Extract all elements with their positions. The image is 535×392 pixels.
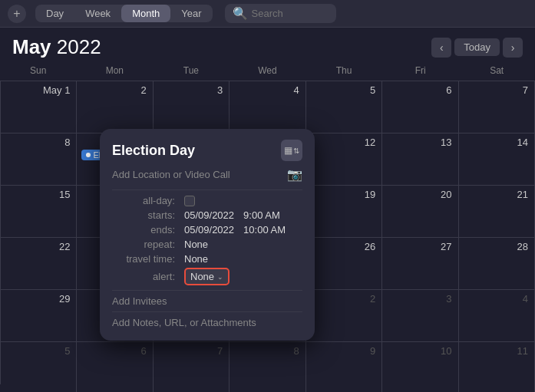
cell-may6[interactable]: 6 xyxy=(382,81,458,133)
cell-jun5[interactable]: 5 xyxy=(1,342,77,392)
popup-alert-row: alert: None ⌄ xyxy=(112,268,302,285)
cell-may19[interactable]: 19 xyxy=(306,186,382,238)
cell-may22[interactable]: 22 xyxy=(1,238,77,290)
travel-value[interactable]: None xyxy=(184,253,208,265)
cell-jun10[interactable]: 10 xyxy=(382,342,458,392)
popup-repeat-row: repeat: None xyxy=(112,239,302,250)
location-placeholder: Add Location or Video Call xyxy=(112,169,230,180)
popup-notes-row[interactable]: Add Notes, URL, or Attachments xyxy=(112,317,302,328)
popup-ends-row: ends: 05/09/2022 10:00 AM xyxy=(112,224,302,236)
cell-may20[interactable]: 20 xyxy=(382,186,458,238)
event-dot xyxy=(86,153,91,157)
chevron-down-icon: ⌄ xyxy=(217,273,223,281)
tab-month[interactable]: Month xyxy=(121,5,170,22)
search-icon: 🔍 xyxy=(233,6,248,21)
calendar-icon: ▦ xyxy=(284,145,292,156)
search-input[interactable] xyxy=(252,8,329,19)
next-button[interactable]: › xyxy=(503,38,523,58)
cell-may2[interactable]: 2 xyxy=(77,81,153,133)
day-header-sun: Sun xyxy=(0,64,77,77)
cell-jun8[interactable]: 8 xyxy=(230,342,305,392)
view-tabs: Day Week Month Year xyxy=(35,5,213,22)
allday-checkbox[interactable] xyxy=(184,196,195,206)
add-button[interactable]: + xyxy=(8,5,26,23)
cell-may13[interactable]: 13 xyxy=(382,133,458,186)
starts-label: starts: xyxy=(112,209,181,221)
cell-may26[interactable]: 26 xyxy=(306,238,382,290)
day-header-fri: Fri xyxy=(382,64,459,77)
allday-label: all-day: xyxy=(112,195,181,206)
cell-may8[interactable]: 8 xyxy=(1,133,77,186)
popup-invitees-row[interactable]: Add Invitees xyxy=(112,295,302,307)
cell-jun9[interactable]: 9 xyxy=(306,342,382,392)
repeat-label: repeat: xyxy=(112,239,181,250)
cell-jun7[interactable]: 7 xyxy=(154,342,230,392)
alert-label: alert: xyxy=(112,271,181,282)
cell-may1[interactable]: May 1 xyxy=(1,81,77,133)
calendar-header: May 2022 ‹ Today › xyxy=(0,28,535,64)
repeat-value[interactable]: None xyxy=(184,239,208,250)
popup-header: Election Day ▦ ⇅ xyxy=(112,140,302,161)
tab-day[interactable]: Day xyxy=(35,5,74,22)
cell-may28[interactable]: 28 xyxy=(459,238,535,290)
cell-may4[interactable]: 4 xyxy=(230,81,305,133)
tab-week[interactable]: Week xyxy=(74,5,121,22)
day-header-sat: Sat xyxy=(458,64,535,77)
day-headers: Sun Mon Tue Wed Thu Fri Sat xyxy=(0,64,535,81)
popup-divider-1 xyxy=(112,189,302,190)
ends-time[interactable]: 10:00 AM xyxy=(243,224,286,236)
tab-year[interactable]: Year xyxy=(170,5,212,22)
day-header-thu: Thu xyxy=(305,64,382,77)
search-box[interactable]: 🔍 xyxy=(225,4,336,23)
starts-date[interactable]: 05/09/2022 xyxy=(184,209,234,221)
event-popup: Election Day ▦ ⇅ Add Location or Video C… xyxy=(100,129,315,341)
day-header-mon: Mon xyxy=(77,64,154,77)
today-button[interactable]: Today xyxy=(454,38,500,56)
popup-title: Election Day xyxy=(112,143,281,159)
nav-buttons: ‹ Today › xyxy=(431,38,523,58)
day-header-tue: Tue xyxy=(153,64,230,77)
popup-divider-2 xyxy=(112,290,302,291)
travel-label: travel time: xyxy=(112,253,181,265)
popup-starts-row: starts: 05/09/2022 9:00 AM xyxy=(112,209,302,221)
cell-jun6[interactable]: 6 xyxy=(77,342,153,392)
cell-jun11[interactable]: 11 xyxy=(459,342,535,392)
ends-date[interactable]: 05/09/2022 xyxy=(184,224,234,236)
cell-may12[interactable]: 12 xyxy=(306,133,382,186)
cell-may3[interactable]: 3 xyxy=(154,81,230,133)
day-header-wed: Wed xyxy=(230,64,306,77)
ends-label: ends: xyxy=(112,224,181,236)
starts-time[interactable]: 9:00 AM xyxy=(243,209,280,221)
month-year-title: May 2022 xyxy=(12,35,101,59)
popup-allday-row: all-day: xyxy=(112,195,302,206)
cell-jun3[interactable]: 3 xyxy=(382,290,458,342)
popup-location-row[interactable]: Add Location or Video Call 📷 xyxy=(112,167,302,182)
popup-divider-3 xyxy=(112,311,302,312)
chevron-up-down-icon: ⇅ xyxy=(293,147,299,155)
top-bar: + Day Week Month Year 🔍 xyxy=(0,0,535,28)
cell-jun2[interactable]: 2 xyxy=(306,290,382,342)
cell-may14[interactable]: 14 xyxy=(459,133,535,186)
cell-may29[interactable]: 29 xyxy=(1,290,77,342)
cell-may21[interactable]: 21 xyxy=(459,186,535,238)
cell-may7[interactable]: 7 xyxy=(459,81,535,133)
popup-travel-row: travel time: None xyxy=(112,253,302,265)
alert-value: None xyxy=(190,271,214,282)
cell-may27[interactable]: 27 xyxy=(382,238,458,290)
alert-dropdown[interactable]: None ⌄ xyxy=(184,268,230,285)
prev-button[interactable]: ‹ xyxy=(431,38,451,58)
cell-may5[interactable]: 5 xyxy=(306,81,382,133)
cell-may15[interactable]: 15 xyxy=(1,186,77,238)
video-icon: 📷 xyxy=(287,167,302,182)
cell-jun4[interactable]: 4 xyxy=(459,290,535,342)
popup-type-button[interactable]: ▦ ⇅ xyxy=(281,140,302,161)
